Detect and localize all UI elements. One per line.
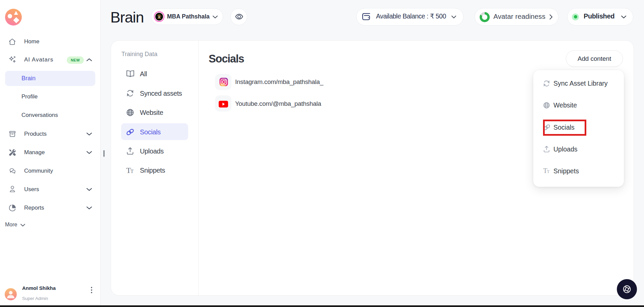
svg-text:T: T (130, 169, 133, 174)
svg-text:T: T (547, 169, 549, 174)
